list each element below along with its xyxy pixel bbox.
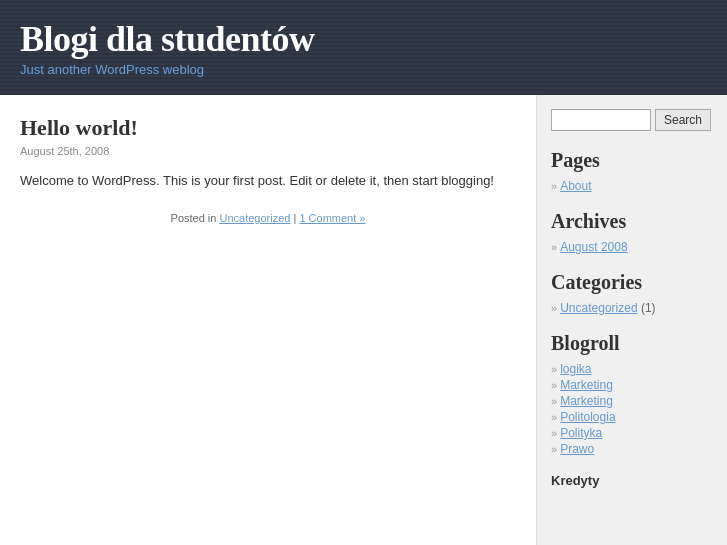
- blogroll-prawo-link[interactable]: Prawo: [560, 442, 594, 456]
- list-item: About: [551, 178, 713, 194]
- post-title: Hello world!: [20, 115, 516, 141]
- archives-list: August 2008: [551, 239, 713, 255]
- list-item: logika: [551, 361, 713, 377]
- blog-post: Hello world! August 25th, 2008 Welcome t…: [20, 115, 516, 224]
- page-about-link[interactable]: About: [560, 179, 591, 193]
- site-title: Blogi dla studentów: [20, 18, 707, 60]
- pages-title: Pages: [551, 149, 713, 172]
- categories-title: Categories: [551, 271, 713, 294]
- blogroll-title: Blogroll: [551, 332, 713, 355]
- post-date: August 25th, 2008: [20, 145, 516, 157]
- list-item: Prawo: [551, 441, 713, 457]
- search-widget: Search: [551, 109, 713, 131]
- post-category-link[interactable]: Uncategorized: [219, 212, 290, 224]
- categories-list: Uncategorized (1): [551, 300, 713, 316]
- list-item: August 2008: [551, 239, 713, 255]
- list-item: Politologia: [551, 409, 713, 425]
- site-header: Blogi dla studentów Just another WordPre…: [0, 0, 727, 95]
- list-item: Uncategorized (1): [551, 300, 713, 316]
- comment-link[interactable]: 1 Comment »: [299, 212, 365, 224]
- pages-list: About: [551, 178, 713, 194]
- category-uncategorized-link[interactable]: Uncategorized: [560, 301, 637, 315]
- blogroll-politologia-link[interactable]: Politologia: [560, 410, 615, 424]
- list-item: Marketing: [551, 377, 713, 393]
- site-tagline: Just another WordPress weblog: [20, 62, 707, 77]
- blogroll-marketing2-link[interactable]: Marketing: [560, 394, 613, 408]
- list-item: Marketing: [551, 393, 713, 409]
- blogroll-list: logika Marketing Marketing Politologia P…: [551, 361, 713, 457]
- search-input[interactable]: [551, 109, 651, 131]
- blogroll-polityka-link[interactable]: Polityka: [560, 426, 602, 440]
- sidebar: Search Pages About Archives August 2008 …: [537, 95, 727, 545]
- category-count: (1): [641, 301, 656, 315]
- main-wrapper: Hello world! August 25th, 2008 Welcome t…: [0, 95, 727, 545]
- archives-title: Archives: [551, 210, 713, 233]
- search-button[interactable]: Search: [655, 109, 711, 131]
- blogroll-marketing1-link[interactable]: Marketing: [560, 378, 613, 392]
- post-footer: Posted in Uncategorized | 1 Comment »: [20, 212, 516, 224]
- archive-aug2008-link[interactable]: August 2008: [560, 240, 627, 254]
- blogroll-logika-link[interactable]: logika: [560, 362, 591, 376]
- list-item: Polityka: [551, 425, 713, 441]
- post-content: Welcome to WordPress. This is your first…: [20, 171, 516, 192]
- kredyty-link[interactable]: Kredyty: [551, 473, 713, 488]
- main-content: Hello world! August 25th, 2008 Welcome t…: [0, 95, 537, 545]
- posted-in-label: Posted in: [171, 212, 217, 224]
